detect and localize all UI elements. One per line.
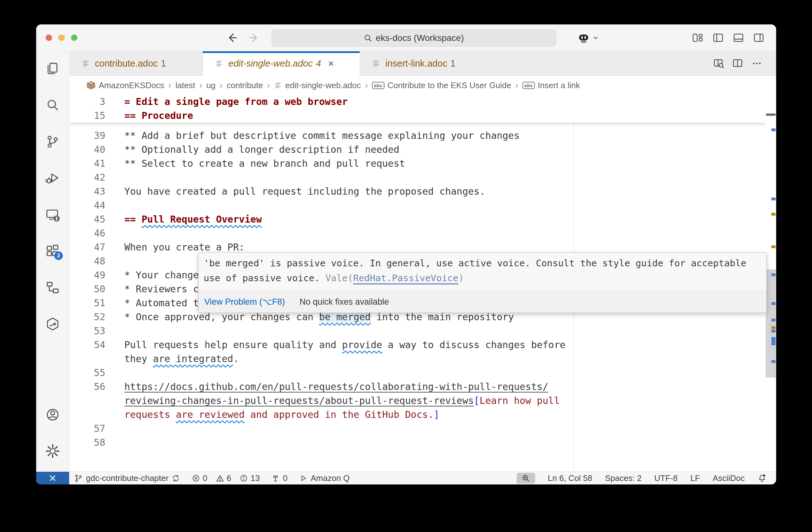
encoding-item[interactable]: UTF-8 [654,473,678,483]
tab-contribute-adoc[interactable]: contribute.adoc 1 [70,51,203,75]
line-number: 39 [70,129,105,143]
traffic-lights [46,34,77,41]
breadcrumb-separator: › [365,80,368,90]
breadcrumb-folder[interactable]: latest [175,80,195,90]
code-segment: ** Optionally add a longer description i… [124,144,399,155]
tooltip-rule-link[interactable]: RedHat.PassiveVoice [353,273,458,283]
line-number: 58 [70,435,105,449]
breadcrumb-symbol[interactable]: abc Insert a link [522,80,580,90]
overview-mark [771,319,775,322]
no-quick-fixes-label: No quick fixes available [300,295,389,309]
settings-gear-icon[interactable] [45,444,60,459]
tooltip-actions: View Problem (⌥F8) No quick fixes availa… [199,291,766,313]
code-segment: into the main repository [371,311,514,322]
minimize-window-button[interactable] [58,34,65,41]
git-branch-item[interactable]: gdc-contribute-chapter [74,473,180,483]
code-line[interactable]: 54Pull requests help ensure quality and … [70,338,765,352]
extensions-icon[interactable]: 2 [45,243,60,259]
toggle-secondary-sidebar-icon[interactable] [753,32,765,43]
notifications-bell-icon[interactable] [757,474,767,483]
vscode-window: eks-docs (Workspace) [36,25,776,485]
code-line[interactable]: 43You have created a pull request includ… [70,184,765,198]
back-icon[interactable] [227,32,238,44]
sticky-line[interactable]: 3= Edit a single page from a web browser [70,95,765,109]
zoom-indicator[interactable] [517,473,535,484]
ports-item[interactable]: 0 [271,473,287,483]
code-editor[interactable]: 39** Add a brief but descriptive commit … [70,95,776,471]
code-line[interactable]: 46 [70,226,765,240]
split-editor-icon[interactable] [733,58,743,69]
run-debug-icon[interactable] [45,171,60,186]
code-line[interactable]: 53 [70,324,765,338]
overview-ruler[interactable] [765,95,776,471]
zoom-window-button[interactable] [71,34,77,41]
toggle-panel-icon[interactable] [733,32,744,43]
indentation-item[interactable]: Spaces: 2 [605,473,642,483]
code-segment: * Reviewers c [124,283,199,295]
error-count: 0 [203,473,207,483]
breadcrumb-folder[interactable]: ug [206,80,215,90]
code-line[interactable]: 44 [70,198,765,212]
tooltip-source: ) [458,273,464,283]
view-problem-link[interactable]: View Problem (⌥F8) [204,295,285,309]
cursor-position-item[interactable]: Ln 6, Col 58 [548,473,592,483]
sticky-line[interactable]: 15== Procedure [70,109,765,123]
problems-item[interactable]: 0 6 13 [192,473,260,483]
warning-count: 6 [227,473,231,483]
overview-mark [771,197,775,201]
code-text: * Reviewers c [124,282,199,296]
toggle-primary-sidebar-icon[interactable] [712,32,724,43]
code-line[interactable]: 57 [70,422,765,435]
hierarchy-view-icon[interactable] [45,280,60,295]
remote-indicator[interactable] [36,472,69,485]
breadcrumb-symbol[interactable]: abc Contribute to the EKS User Guide [372,80,511,90]
breadcrumb-label: Insert a link [538,80,580,90]
code-line[interactable]: 55 [70,366,765,380]
code-segment: they [124,353,153,364]
code-line[interactable]: reviewing-changes-in-pull-requests/about… [70,394,765,408]
search-view-icon[interactable] [45,98,60,113]
breadcrumb-workspace[interactable]: AmazonEKSDocs [86,80,164,90]
tab-edit-single-web-adoc[interactable]: edit-single-web.adoc 4 × [203,51,360,75]
eol-item[interactable]: LF [691,473,700,483]
tab-insert-link-adoc[interactable]: insert-link.adoc 1 [360,51,488,75]
more-actions-icon[interactable] [751,58,762,69]
code-line[interactable]: 41** Select to create a new branch and p… [70,157,765,171]
source-control-icon[interactable] [45,134,60,149]
copilot-menu[interactable] [577,29,599,46]
forward-icon[interactable] [247,32,259,44]
code-segment: https://docs.github.com/en/pull-requests… [124,381,548,392]
breadcrumb-file[interactable]: edit-single-web.adoc [274,80,361,90]
chevron-down-icon [593,34,599,41]
remote-explorer-icon[interactable] [45,207,60,222]
tooltip-text: 'be merged' is passive voice. In general… [204,258,746,283]
customize-layout-icon[interactable] [692,32,704,43]
code-line[interactable]: 39** Add a brief but descriptive commit … [70,129,765,143]
line-number: 44 [70,198,105,212]
line-number: 41 [70,157,105,171]
code-line[interactable]: 42 [70,171,765,184]
breadcrumb-folder[interactable]: contribute [227,80,263,90]
code-line[interactable]: 45== Pull Request Overview [70,212,765,226]
amazon-q-item[interactable]: Amazon Q [299,473,350,483]
code-text: * Your change [124,268,199,282]
code-segment: be merged [319,311,371,322]
code-line[interactable]: 56https://docs.github.com/en/pull-reques… [70,380,765,394]
close-tab-icon[interactable]: × [328,58,334,69]
hexagon-extension-icon[interactable] [45,316,60,331]
code-line[interactable]: requests are reviewed and approved in th… [70,408,765,422]
code-line[interactable]: they are integrated. [70,352,765,366]
adoc-file-icon [372,59,381,68]
language-mode-item[interactable]: AsciiDoc [713,473,745,483]
command-center-search[interactable]: eks-docs (Workspace) [272,29,556,47]
extensions-badge: 2 [54,251,63,260]
breadcrumb-separator: › [169,80,171,90]
explorer-icon[interactable] [45,61,60,76]
line-number: 48 [70,254,105,268]
code-line[interactable]: 58 [70,435,765,449]
open-preview-icon[interactable] [713,58,724,69]
breadcrumb: AmazonEKSDocs › latest › ug › contribute… [70,76,776,95]
close-window-button[interactable] [46,34,52,41]
code-line[interactable]: 40** Optionally add a longer description… [70,143,765,157]
account-icon[interactable] [45,407,60,422]
